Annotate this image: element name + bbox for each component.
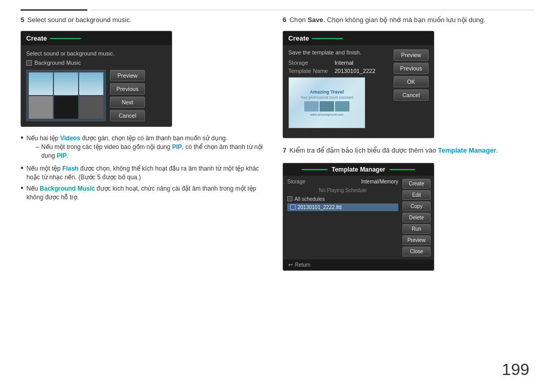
tm-storage-label: Storage <box>287 179 305 184</box>
mini-img-2 <box>320 101 334 111</box>
thumb-title: Amazing Travel <box>310 89 344 95</box>
thumb-cell-2 <box>54 72 78 95</box>
dialog2-cancel-button[interactable]: Cancel <box>394 89 429 101</box>
right-section: 6 Chọn Save. Chọn không gian bộ nhớ mà b… <box>283 16 534 271</box>
thumb-images-row <box>304 101 349 111</box>
storage-value: Internal <box>335 60 354 66</box>
dialog1-sublabel: Select sound or background music. <box>26 50 166 57</box>
bullet1-bold: Videos <box>60 135 80 142</box>
right-thumb: Amazing Travel Your professional travel … <box>288 77 365 128</box>
bullet-item-2: • Nếu một tệp Flash được chọn, không thể… <box>21 164 272 182</box>
dialog1-content-area: Preview Previous Next Cancel <box>21 70 172 121</box>
step5-row: 5 Select sound or background music. <box>21 16 272 28</box>
top-line <box>0 0 555 11</box>
tm-storage-row: Storage Internal/Memory <box>287 179 398 184</box>
tm-delete-button[interactable]: Delete <box>402 213 431 222</box>
dialog2-sublabel: Save the template and finish. <box>288 49 390 55</box>
dialog1-preview-thumb <box>26 70 106 121</box>
info-storage-row: Storage Internal <box>288 60 390 66</box>
dialog1-body: Select sound or background music. Backgr… <box>21 45 172 66</box>
thumb-grid <box>27 70 105 121</box>
right-thumb-inner: Amazing Travel Your professional travel … <box>289 78 365 128</box>
create-dialog-2: Create Save the template and finish. Sto… <box>283 31 434 138</box>
dialog2-inner: Save the template and finish. Storage In… <box>283 45 434 133</box>
bullet1-sub-text: Nếu một trong các tệp video bao gồm nội … <box>41 143 272 160</box>
dialog2-thumb-below: Amazing Travel Your professional travel … <box>288 77 390 128</box>
tm-create-button[interactable]: Create <box>402 179 431 189</box>
template-name-label: Template Name <box>288 68 329 74</box>
background-music-label: Background Music <box>34 60 81 66</box>
tm-all-schedules: All schedules <box>287 196 398 202</box>
background-music-checkbox[interactable] <box>26 60 32 66</box>
tm-no-schedule: No Playing Schedule <box>287 188 398 193</box>
info-template-row: Template Name 20130101_2222 <box>288 68 390 74</box>
tm-file-item[interactable]: 20130101_2222.lfd <box>287 203 398 211</box>
template-manager: Template Manager Storage Internal/Memory… <box>283 163 434 271</box>
dialog1-next-button[interactable]: Next <box>110 97 145 108</box>
bullet-dot-3: • <box>21 184 24 192</box>
bullet-dot-2: • <box>21 164 24 172</box>
tm-all-schedules-checkbox[interactable] <box>287 196 292 201</box>
return-icon: ↩ <box>288 262 293 268</box>
tm-all-schedules-label: All schedules <box>294 196 325 202</box>
step7-label: Kiểm tra để đảm bảo lịch biểu đã được th… <box>289 145 498 156</box>
create-dialog-1: Create Select sound or background music.… <box>21 31 172 127</box>
bullet-dot-1: • <box>21 134 24 142</box>
tm-close-button[interactable]: Close <box>402 247 431 256</box>
thumb-cell-5 <box>54 96 78 119</box>
bullet-text-1: Nếu hai tệp Videos được gán, chọn tệp có… <box>27 134 272 162</box>
dialog1-title-accent <box>50 38 81 39</box>
step7-number: 7 <box>283 145 286 156</box>
bullet-item-3: • Nếu Background Music được kích hoạt, c… <box>21 184 272 202</box>
bullet2-pre: Nếu một tệp <box>27 165 63 172</box>
tm-preview-button[interactable]: Preview <box>402 235 431 245</box>
step7-bold: Template Manager <box>438 146 496 154</box>
dialog2-title-accent <box>312 38 343 39</box>
tm-file-checkbox[interactable] <box>290 204 295 210</box>
page-number: 199 <box>502 360 529 379</box>
dialog1-preview-button[interactable]: Preview <box>110 70 145 81</box>
dialog2-preview-button[interactable]: Preview <box>394 49 429 61</box>
bullet1-sub: – Nếu một trong các tệp video bao gồm nộ… <box>36 143 272 160</box>
bullet-text-2: Nếu một tệp Flash được chọn, không thể k… <box>27 164 272 182</box>
mini-img-3 <box>335 101 349 111</box>
tm-edit-button[interactable]: Edit <box>402 190 431 200</box>
tm-storage-value: Internal/Memory <box>361 179 398 184</box>
tm-footer: ↩ Return <box>283 259 434 270</box>
bullet3-pre: Nếu <box>27 185 40 192</box>
tm-left: Storage Internal/Memory No Playing Sched… <box>283 176 402 259</box>
template-name-value: 20130101_2222 <box>335 68 376 74</box>
thumb-cell-1 <box>29 72 53 95</box>
bullet2-bold: Flash <box>62 165 78 172</box>
bullet1-pre: Nếu hai tệp <box>27 135 60 142</box>
step6-bold: Save <box>308 16 323 24</box>
thumb-footer: www.amazingtravel.com <box>310 113 344 116</box>
bullet3-bold: Background Music <box>40 185 95 192</box>
dialog2-ok-button[interactable]: OK <box>394 76 429 87</box>
step5-label: Select sound or background music. <box>27 16 132 24</box>
dialog1-checkbox-row[interactable]: Background Music <box>26 60 166 66</box>
tm-buttons: Create Edit Copy Delete Run Preview Clos… <box>402 176 434 259</box>
thumb-cell-3 <box>79 72 103 95</box>
dialog2-info: Save the template and finish. Storage In… <box>288 49 390 128</box>
left-section: 5 Select sound or background music. Crea… <box>21 16 272 271</box>
dialog1-previous-button[interactable]: Previous <box>110 83 145 95</box>
thumb-cell-4 <box>29 96 53 119</box>
tm-title-accent-left <box>302 169 327 170</box>
dialog2-previous-button[interactable]: Previous <box>394 63 429 74</box>
step6-label: Chọn Save. Chọn không gian bộ nhớ mà bạn… <box>289 16 485 24</box>
dialog1-buttons: Preview Previous Next Cancel <box>110 70 145 121</box>
thumb-cell-6 <box>79 96 103 119</box>
tm-title-bar: Template Manager <box>283 163 434 176</box>
bullet1-post: được gán, chọn tệp có âm thanh bạn muốn … <box>80 135 227 142</box>
step6-row: 6 Chọn Save. Chọn không gian bộ nhớ mà b… <box>283 16 534 28</box>
tm-body: Storage Internal/Memory No Playing Sched… <box>283 176 434 259</box>
dialog1-cancel-button[interactable]: Cancel <box>110 110 145 121</box>
tm-run-button[interactable]: Run <box>402 224 431 234</box>
step7-row: 7 Kiểm tra để đảm bảo lịch biểu đã được … <box>283 145 534 160</box>
step5-number: 5 <box>21 16 24 24</box>
dash-char-1: – <box>36 143 40 152</box>
thumb-subtitle: Your professional travel assistant <box>301 96 353 99</box>
bullet-text-3: Nếu Background Music được kích hoạt, chứ… <box>27 184 272 202</box>
tm-copy-button[interactable]: Copy <box>402 201 431 211</box>
